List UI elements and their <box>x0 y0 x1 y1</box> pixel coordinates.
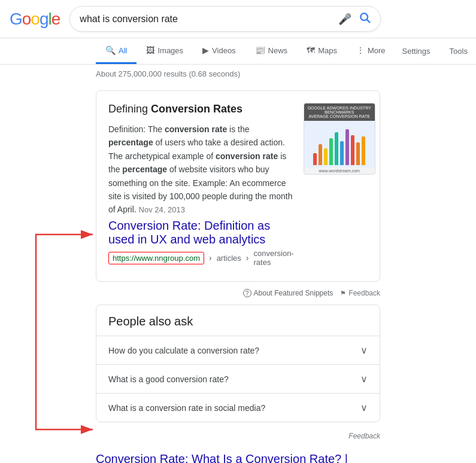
snippet-image-header: GOOGLE ADWORDS INDUSTRY BENCHMARKSAVERAG… <box>304 103 375 121</box>
paa-chevron-0: ∨ <box>360 345 368 356</box>
second-result: Conversion Rate: What Is a Conversion Ra… <box>96 452 380 463</box>
featured-snippet-breadcrumb-articles: articles <box>217 254 241 263</box>
paa-item-0[interactable]: How do you calculate a conversion rate? … <box>96 336 380 364</box>
paa-item-1[interactable]: What is a good conversion rate? ∨ <box>96 364 380 393</box>
videos-icon: ▶ <box>202 45 209 55</box>
breadcrumb-arrow: › <box>209 253 212 263</box>
people-also-ask: People also ask How do you calculate a c… <box>96 304 380 422</box>
featured-snippet: Defining Conversion Rates Definition: Th… <box>96 90 380 282</box>
snippet-text: Defining Conversion Rates Definition: Th… <box>108 103 294 269</box>
tab-news[interactable]: 📰 News <box>245 38 298 64</box>
question-icon: ? <box>243 289 251 297</box>
flag-icon: ⚑ <box>340 290 346 297</box>
maps-icon: 🗺 <box>307 45 315 55</box>
main-results: Defining Conversion Rates Definition: Th… <box>0 90 476 463</box>
svg-line-1 <box>367 20 370 23</box>
tools-button[interactable]: Tools <box>442 42 475 60</box>
images-icon: 🖼 <box>146 45 154 55</box>
featured-snippet-link[interactable]: Conversion Rate: Definition as used in U… <box>108 219 294 246</box>
search-bar: 🎤 <box>69 6 381 32</box>
tab-maps[interactable]: 🗺 Maps <box>297 38 347 64</box>
search-input[interactable] <box>80 14 338 25</box>
paa-feedback[interactable]: Feedback <box>96 430 380 443</box>
featured-snippet-url[interactable]: https://www.nngroup.com <box>108 252 204 264</box>
mic-icon[interactable]: 🎤 <box>338 13 351 26</box>
header: Google 🎤 <box>0 0 476 38</box>
second-result-link[interactable]: Conversion Rate: What Is a Conversion Ra… <box>96 452 380 463</box>
paa-item-2[interactable]: What is a conversion rate in social medi… <box>96 393 380 422</box>
results-info: About 275,000,000 results (0.68 seconds) <box>0 65 476 83</box>
nav-tabs: 🔍 All 🖼 Images ▶ Videos 📰 News 🗺 Maps ⋮ … <box>0 38 476 65</box>
snippet-image-url: www.wordstream.com <box>304 167 375 174</box>
paa-chevron-1: ∨ <box>360 373 368 385</box>
about-snippets-link[interactable]: ? About Featured Snippets <box>243 289 333 297</box>
paa-title: People also ask <box>96 305 380 336</box>
snippet-footer: ? About Featured Snippets ⚑ Feedback <box>96 289 380 297</box>
snippet-date: Nov 24, 2013 <box>139 205 185 214</box>
more-icon: ⋮ <box>356 45 365 55</box>
featured-snippet-url-row: https://www.nngroup.com › articles › con… <box>108 249 294 267</box>
paa-chevron-2: ∨ <box>360 402 368 413</box>
google-logo: Google <box>10 10 60 29</box>
search-button-icon[interactable] <box>359 11 371 26</box>
news-icon: 📰 <box>255 45 265 55</box>
all-icon: 🔍 <box>105 45 116 55</box>
snippet-image-chart <box>304 121 375 167</box>
snippet-body: Definition: The conversion rate is the p… <box>108 123 294 217</box>
snippet-title: Defining Conversion Rates <box>108 103 294 115</box>
snippet-image: GOOGLE ADWORDS INDUSTRY BENCHMARKSAVERAG… <box>304 103 375 175</box>
featured-snippet-breadcrumb-section: conversion-rates <box>254 249 294 267</box>
tab-all[interactable]: 🔍 All <box>96 38 137 64</box>
settings-button[interactable]: Settings <box>395 42 438 60</box>
tab-images[interactable]: 🖼 Images <box>137 38 193 64</box>
snippet-feedback-link[interactable]: ⚑ Feedback <box>340 289 380 297</box>
paa-question-1: What is a good conversion rate? <box>108 374 229 384</box>
paa-question-2: What is a conversion rate in social medi… <box>108 403 265 413</box>
paa-question-0: How do you calculate a conversion rate? <box>108 346 259 355</box>
tab-more[interactable]: ⋮ More <box>347 38 395 64</box>
tab-videos[interactable]: ▶ Videos <box>193 38 245 64</box>
